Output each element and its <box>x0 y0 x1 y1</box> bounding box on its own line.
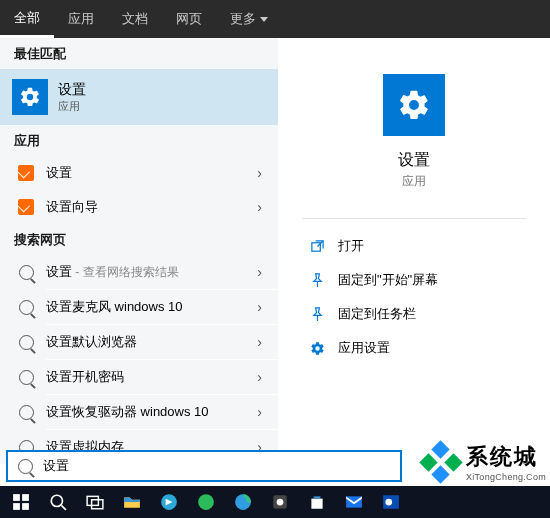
chevron-right-icon: › <box>257 369 262 385</box>
best-match-item[interactable]: 设置 应用 <box>0 69 278 125</box>
taskbar-app-icon[interactable] <box>152 488 186 516</box>
svg-rect-2 <box>22 494 29 501</box>
mail-icon[interactable] <box>337 488 371 516</box>
chevron-down-icon <box>260 17 268 22</box>
action-pin-taskbar[interactable]: 固定到任务栏 <box>302 297 526 331</box>
search-icon <box>19 300 34 315</box>
search-taskbar-icon[interactable] <box>41 488 75 516</box>
taskbar <box>0 486 550 518</box>
outlook-icon[interactable] <box>374 488 408 516</box>
web-header: 搜索网页 <box>0 224 278 255</box>
svg-point-5 <box>51 495 62 506</box>
store-icon[interactable] <box>300 488 334 516</box>
gear-icon <box>12 79 48 115</box>
chevron-right-icon: › <box>257 404 262 420</box>
best-match-title: 设置 <box>58 81 86 99</box>
gear-icon <box>306 341 328 356</box>
list-item[interactable]: 设置 › <box>0 156 278 190</box>
search-input-container[interactable] <box>6 450 402 482</box>
svg-rect-6 <box>87 496 98 505</box>
preview-panel: 设置 应用 打开 固定到"开始"屏幕 固定到任务栏 应用设置 <box>278 38 550 464</box>
action-open[interactable]: 打开 <box>302 229 526 263</box>
pin-icon <box>306 273 328 288</box>
apps-header: 应用 <box>0 125 278 156</box>
watermark-url: XiTongCheng.Com <box>466 472 546 482</box>
svg-point-15 <box>385 499 392 506</box>
chevron-right-icon: › <box>257 334 262 350</box>
list-item-label: 设置向导 <box>46 198 257 216</box>
tab-documents[interactable]: 文档 <box>108 0 162 38</box>
taskbar-app-icon[interactable] <box>263 488 297 516</box>
search-input[interactable] <box>43 459 390 474</box>
search-icon <box>19 335 34 350</box>
search-filter-tabs: 全部 应用 文档 网页 更多 <box>0 0 550 38</box>
file-explorer-icon[interactable] <box>115 488 149 516</box>
best-match-header: 最佳匹配 <box>0 38 278 69</box>
app-icon <box>18 199 34 215</box>
list-item[interactable]: 设置默认浏览器› <box>0 325 278 359</box>
svg-rect-4 <box>22 503 29 510</box>
edge-icon[interactable] <box>226 488 260 516</box>
taskbar-app-icon[interactable] <box>189 488 223 516</box>
search-icon <box>18 459 33 474</box>
action-app-settings[interactable]: 应用设置 <box>302 331 526 365</box>
results-panel: 最佳匹配 设置 应用 应用 设置 › 设置向导 › 搜索网页 设置 - 查看网络… <box>0 38 278 464</box>
list-item-label: 设置 - 查看网络搜索结果 <box>46 263 257 281</box>
list-item[interactable]: 设置开机密码› <box>0 360 278 394</box>
start-button[interactable] <box>4 488 38 516</box>
app-icon <box>18 165 34 181</box>
action-label: 固定到"开始"屏幕 <box>338 271 438 289</box>
list-item-label: 设置 <box>46 164 257 182</box>
list-item[interactable]: 设置恢复驱动器 windows 10› <box>0 395 278 429</box>
svg-rect-0 <box>311 242 319 250</box>
action-label: 应用设置 <box>338 339 390 357</box>
chevron-right-icon: › <box>257 299 262 315</box>
pin-icon <box>306 307 328 322</box>
action-pin-start[interactable]: 固定到"开始"屏幕 <box>302 263 526 297</box>
tab-more[interactable]: 更多 <box>216 0 282 38</box>
separator <box>302 218 526 219</box>
preview-title: 设置 <box>302 150 526 171</box>
search-icon <box>19 405 34 420</box>
chevron-right-icon: › <box>257 199 262 215</box>
tab-web[interactable]: 网页 <box>162 0 216 38</box>
svg-rect-1 <box>13 494 20 501</box>
svg-point-9 <box>198 494 214 510</box>
list-item-label: 设置开机密码 <box>46 368 257 386</box>
gear-icon <box>383 74 445 136</box>
list-item[interactable]: 设置麦克风 windows 10› <box>0 290 278 324</box>
chevron-right-icon: › <box>257 165 262 181</box>
tab-apps[interactable]: 应用 <box>54 0 108 38</box>
task-view-icon[interactable] <box>78 488 112 516</box>
chevron-right-icon: › <box>257 264 262 280</box>
svg-rect-7 <box>92 500 103 509</box>
preview-sub: 应用 <box>302 173 526 190</box>
open-icon <box>306 239 328 254</box>
list-item-label: 设置恢复驱动器 windows 10 <box>46 403 257 421</box>
best-match-sub: 应用 <box>58 99 86 114</box>
action-label: 固定到任务栏 <box>338 305 416 323</box>
tab-all[interactable]: 全部 <box>0 0 54 38</box>
action-label: 打开 <box>338 237 364 255</box>
svg-rect-3 <box>13 503 20 510</box>
list-item[interactable]: 设置向导 › <box>0 190 278 224</box>
list-item-label: 设置默认浏览器 <box>46 333 257 351</box>
search-icon <box>19 265 34 280</box>
list-item[interactable]: 设置 - 查看网络搜索结果 › <box>0 255 278 289</box>
list-item-label: 设置麦克风 windows 10 <box>46 298 257 316</box>
search-icon <box>19 370 34 385</box>
svg-point-12 <box>277 499 284 506</box>
